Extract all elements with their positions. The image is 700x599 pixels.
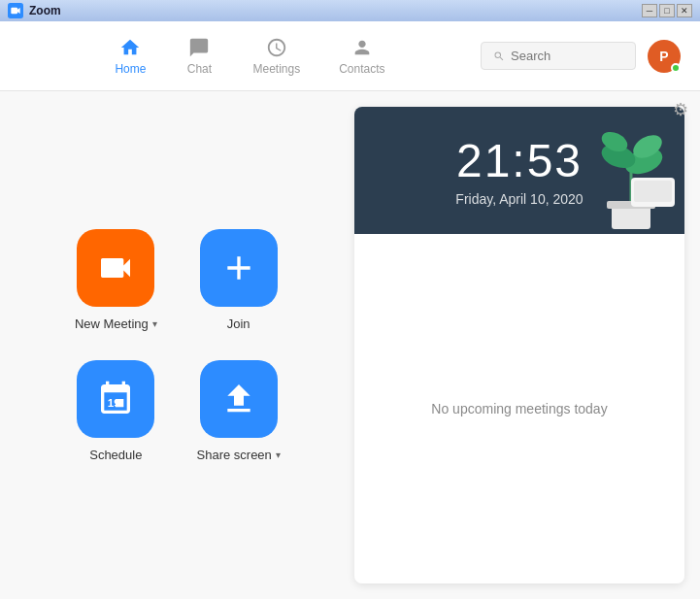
join-label: Join <box>227 316 250 331</box>
tab-meetings[interactable]: Meetings <box>233 29 319 83</box>
tab-home[interactable]: Home <box>95 29 165 83</box>
new-meeting-chevron: ▾ <box>152 318 157 329</box>
share-screen-button[interactable] <box>200 360 278 438</box>
search-bar[interactable] <box>481 42 636 70</box>
upload-icon <box>219 380 258 418</box>
join-item[interactable]: Join <box>197 229 281 331</box>
clock-date: Friday, April 10, 2020 <box>455 191 583 207</box>
app-title: Zoom <box>29 4 61 17</box>
tab-meetings-label: Meetings <box>252 62 300 76</box>
share-screen-item[interactable]: Share screen ▾ <box>197 360 281 462</box>
schedule-button[interactable]: 19 <box>77 360 154 438</box>
search-icon <box>493 50 505 63</box>
join-button[interactable] <box>200 229 278 307</box>
clock-time: 21:53 <box>456 134 583 187</box>
nav-tabs: Home Chat Meetings Contacts <box>19 29 481 83</box>
titlebar: Zoom ─ □ ✕ <box>0 0 700 21</box>
tab-home-label: Home <box>115 62 146 76</box>
minimize-button[interactable]: ─ <box>642 4 657 17</box>
plus-icon <box>219 249 258 287</box>
new-meeting-label: New Meeting ▾ <box>75 316 157 331</box>
zoom-logo-icon <box>8 3 23 18</box>
tab-contacts[interactable]: Contacts <box>319 29 404 83</box>
calendar-icon: 19 <box>96 380 135 418</box>
search-input[interactable] <box>511 49 623 63</box>
clock-icon <box>266 37 287 58</box>
new-meeting-item[interactable]: New Meeting ▾ <box>74 229 157 331</box>
chat-icon <box>188 37 210 58</box>
new-meeting-button[interactable] <box>77 229 154 307</box>
titlebar-left: Zoom <box>8 3 61 18</box>
action-grid: New Meeting ▾ Join <box>74 229 281 462</box>
settings-button[interactable]: ⚙ <box>673 99 688 120</box>
close-button[interactable]: ✕ <box>677 4 692 17</box>
calendar-widget: 21:53 Friday, April 10, 2020 No upcoming… <box>354 107 684 583</box>
avatar[interactable]: P <box>648 40 681 73</box>
share-screen-label: Share screen ▾ <box>197 448 281 462</box>
no-meetings-text: No upcoming meetings today <box>431 401 607 416</box>
video-camera-icon <box>96 249 135 287</box>
tab-chat[interactable]: Chat <box>165 29 233 83</box>
tab-chat-label: Chat <box>187 62 212 76</box>
svg-rect-10 <box>634 181 672 202</box>
calendar-header: 21:53 Friday, April 10, 2020 <box>354 107 684 234</box>
avatar-initial: P <box>659 49 668 64</box>
calendar-body: No upcoming meetings today <box>354 234 684 583</box>
maximize-button[interactable]: □ <box>659 4 675 17</box>
navbar: Home Chat Meetings Contacts <box>0 21 700 91</box>
online-status-dot <box>671 63 681 73</box>
schedule-item[interactable]: 19 Schedule <box>74 360 157 462</box>
contacts-icon <box>351 37 373 58</box>
left-panel: New Meeting ▾ Join <box>0 91 354 599</box>
plant-decoration <box>578 108 684 234</box>
schedule-label: Schedule <box>89 448 142 462</box>
home-icon <box>119 37 141 58</box>
svg-text:19: 19 <box>108 396 120 409</box>
window-controls[interactable]: ─ □ ✕ <box>642 4 692 17</box>
main-content: ⚙ New Meeting ▾ <box>0 91 700 599</box>
share-screen-chevron: ▾ <box>276 449 281 460</box>
tab-contacts-label: Contacts <box>339 62 384 76</box>
